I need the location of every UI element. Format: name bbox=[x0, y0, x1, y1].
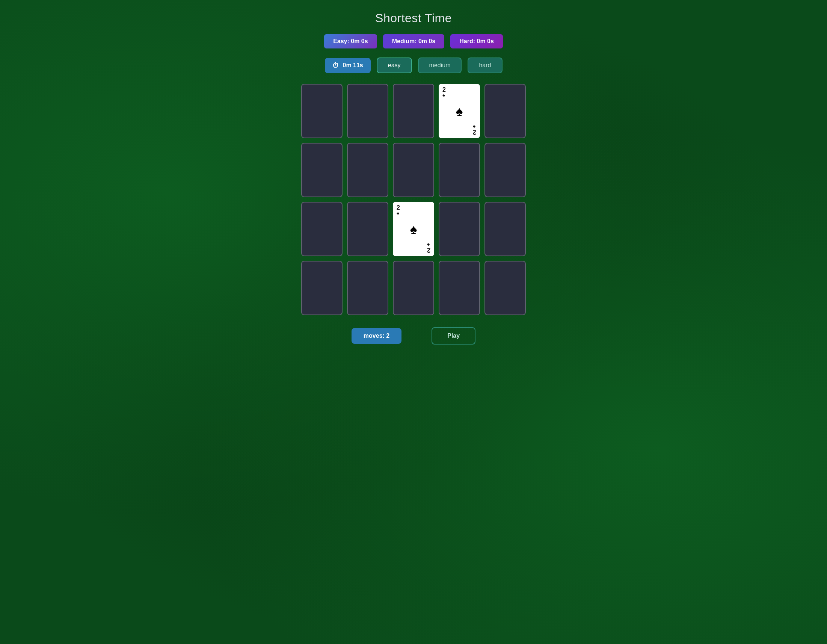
card-3-1[interactable] bbox=[347, 261, 389, 315]
card-2-3[interactable] bbox=[438, 202, 480, 256]
bottom-row: moves: 2 Play bbox=[351, 327, 476, 345]
card-3-0[interactable] bbox=[301, 261, 343, 315]
card-2-0[interactable] bbox=[301, 202, 343, 256]
card-0-0[interactable] bbox=[301, 84, 343, 138]
page-title: Shortest Time bbox=[375, 11, 452, 25]
medium-difficulty-button[interactable]: medium bbox=[418, 58, 462, 73]
card-0-3[interactable]: 2 ♠ ♠ 2 ♠ bbox=[438, 84, 480, 138]
card-0-4[interactable] bbox=[484, 84, 526, 138]
hard-score-button[interactable]: Hard: 0m 0s bbox=[450, 34, 503, 48]
controls-row: ⏱ 0m 11s easy medium hard bbox=[325, 58, 502, 73]
moves-button[interactable]: moves: 2 bbox=[351, 328, 401, 344]
card-2-1[interactable] bbox=[347, 202, 389, 256]
medium-score-button[interactable]: Medium: 0m 0s bbox=[383, 34, 445, 48]
card-1-4[interactable] bbox=[484, 143, 526, 197]
card-2-4[interactable] bbox=[484, 202, 526, 256]
score-row: Easy: 0m 0s Medium: 0m 0s Hard: 0m 0s bbox=[324, 34, 503, 48]
easy-difficulty-button[interactable]: easy bbox=[377, 58, 412, 73]
card-0-2[interactable] bbox=[393, 84, 434, 138]
card-3-2[interactable] bbox=[393, 261, 434, 315]
timer-value: 0m 11s bbox=[343, 62, 363, 69]
easy-score-button[interactable]: Easy: 0m 0s bbox=[324, 34, 377, 48]
timer-button[interactable]: ⏱ 0m 11s bbox=[325, 58, 371, 73]
hard-difficulty-button[interactable]: hard bbox=[468, 58, 502, 73]
card-3-4[interactable] bbox=[484, 261, 526, 315]
card-2-2[interactable]: 2 ♠ ♠ 2 ♠ bbox=[393, 202, 434, 256]
card-1-0[interactable] bbox=[301, 143, 343, 197]
card-3-3[interactable] bbox=[438, 261, 480, 315]
card-0-1[interactable] bbox=[347, 84, 389, 138]
play-button[interactable]: Play bbox=[432, 327, 476, 345]
timer-icon: ⏱ bbox=[332, 62, 339, 69]
card-grid: 2 ♠ ♠ 2 ♠ 2 ♠ ♠ 2 bbox=[301, 84, 526, 315]
card-1-1[interactable] bbox=[347, 143, 389, 197]
card-1-2[interactable] bbox=[393, 143, 434, 197]
card-1-3[interactable] bbox=[438, 143, 480, 197]
